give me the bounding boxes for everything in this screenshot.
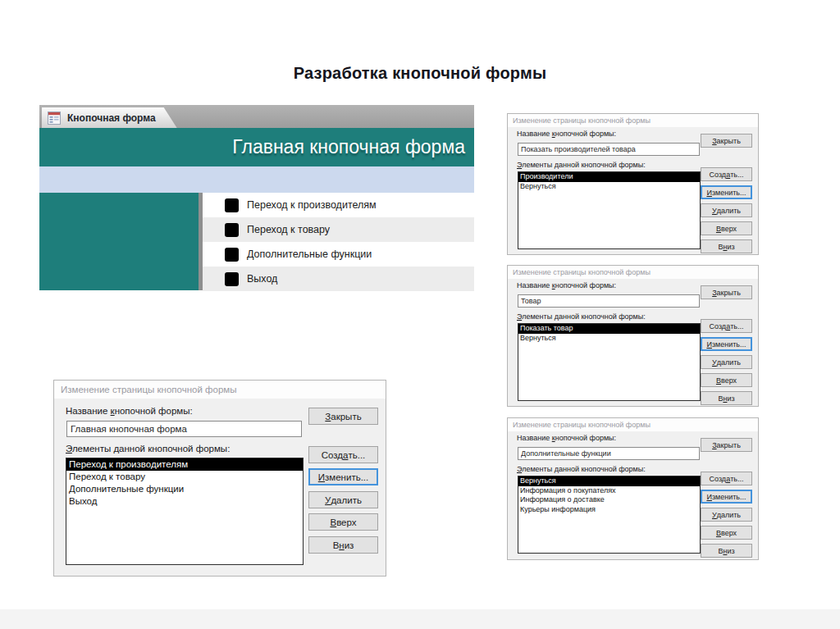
delete-button[interactable]: Удалить <box>701 203 752 217</box>
form-icon <box>48 112 61 125</box>
delete-button[interactable]: Удалить <box>701 508 752 522</box>
tab-label: Кнопочная форма <box>67 112 156 124</box>
list-item[interactable]: Производители <box>518 172 700 182</box>
edit-page-dialog-producers: Изменение страницы кнопочной формы Назва… <box>507 113 759 255</box>
switchboard-name-label: Название кнопочной формы: <box>517 130 616 138</box>
list-item[interactable]: Вернуться <box>518 334 700 344</box>
switchboard-items-label: Элементы данной кнопочной формы: <box>517 465 646 473</box>
switchboard-name-label: Название кнопочной формы: <box>517 281 616 289</box>
switchboard-header-title: Главная кнопочная форма <box>39 128 474 166</box>
switchboard-name-input[interactable] <box>518 447 700 460</box>
list-item[interactable]: Курьеры информация <box>518 505 700 515</box>
edit-page-dialog-goods: Изменение страницы кнопочной формы Назва… <box>507 265 759 407</box>
edit-page-dialog-extra: Изменение страницы кнопочной формы Назва… <box>507 417 759 560</box>
switchboard-items-list: Переход к производителям Переход к товар… <box>66 458 304 565</box>
switchboard-menu: Переход к производителям Переход к товар… <box>203 193 474 291</box>
list-item[interactable]: Вернуться <box>518 182 700 192</box>
menu-row: Переход к товару <box>203 217 474 242</box>
list-item[interactable]: Вернуться <box>518 476 700 486</box>
move-up-button[interactable]: Вверх <box>701 221 752 235</box>
move-down-button[interactable]: Вниз <box>701 239 752 253</box>
black-square-button[interactable] <box>225 272 239 286</box>
close-button[interactable]: Закрыть <box>308 408 378 425</box>
menu-row: Выход <box>203 267 474 291</box>
switchboard-items-label: Элементы данной кнопочной формы: <box>517 312 646 321</box>
list-item[interactable]: Переход к производителям <box>66 458 303 471</box>
menu-item-label: Дополнительные функции <box>247 248 372 260</box>
create-button[interactable]: Создать... <box>701 472 752 485</box>
switchboard-name-label: Название кнопочной формы: <box>517 434 616 442</box>
side-teal-panel <box>39 193 203 290</box>
dialog-title: Изменение страницы кнопочной формы <box>513 421 651 429</box>
dialog-title-bar[interactable]: Изменение страницы кнопочной формы <box>54 381 386 399</box>
black-square-button[interactable] <box>225 198 239 212</box>
list-item[interactable]: Дополнительные функции <box>66 483 303 495</box>
list-item[interactable]: Показать товар <box>518 324 700 334</box>
edit-button[interactable]: Изменить... <box>701 490 752 504</box>
slide: Разработка кнопочной формы Кнопочная фор… <box>0 0 840 629</box>
bottom-strip <box>0 609 840 629</box>
switchboard-items-list: Производители Вернуться <box>518 171 701 249</box>
page-title: Разработка кнопочной формы <box>0 64 840 83</box>
switchboard-items-label: Элементы данной кнопочной формы: <box>66 444 230 454</box>
header-accent-band <box>39 166 474 193</box>
switchboard-name-input[interactable] <box>518 294 700 308</box>
move-up-button[interactable]: Вверх <box>701 526 752 540</box>
menu-row: Переход к производителям <box>203 193 474 217</box>
move-down-button[interactable]: Вниз <box>701 544 752 558</box>
move-up-button[interactable]: Вверх <box>701 373 752 387</box>
create-button[interactable]: Создать... <box>308 446 378 463</box>
switchboard-items-list: Показать товар Вернуться <box>518 323 701 401</box>
document-tab-bar: Кнопочная форма <box>39 105 474 128</box>
close-button[interactable]: Закрыть <box>701 285 752 299</box>
switchboard-body: Переход к производителям Переход к товар… <box>39 193 474 294</box>
tab-switchboard[interactable]: Кнопочная форма <box>42 107 177 128</box>
switchboard-preview: Кнопочная форма Главная кнопочная форма … <box>39 105 474 294</box>
create-button[interactable]: Создать... <box>701 319 752 333</box>
menu-item-label: Переход к товару <box>247 224 330 235</box>
move-up-button[interactable]: Вверх <box>308 513 378 531</box>
list-item[interactable]: Переход к товару <box>66 471 303 483</box>
edit-button[interactable]: Изменить... <box>701 337 752 351</box>
switchboard-name-label: Название кнопочной формы: <box>66 406 193 416</box>
menu-item-label: Выход <box>247 273 277 285</box>
list-item[interactable]: Информация о доставке <box>518 495 700 505</box>
dialog-title: Изменение страницы кнопочной формы <box>513 116 651 125</box>
switchboard-items-label: Элементы данной кнопочной формы: <box>517 161 646 169</box>
edit-page-dialog-main: Изменение страницы кнопочной формы Назва… <box>53 380 386 577</box>
dialog-title: Изменение страницы кнопочной формы <box>61 385 237 394</box>
move-down-button[interactable]: Вниз <box>308 536 378 554</box>
dialog-title-bar[interactable]: Изменение страницы кнопочной формы <box>508 114 758 127</box>
delete-button[interactable]: Удалить <box>308 491 378 508</box>
black-square-button[interactable] <box>225 223 239 237</box>
close-button[interactable]: Закрыть <box>701 134 752 148</box>
delete-button[interactable]: Удалить <box>701 355 752 369</box>
menu-row: Дополнительные функции <box>203 242 474 267</box>
create-button[interactable]: Создать... <box>701 167 752 181</box>
menu-item-label: Переход к производителям <box>247 199 377 211</box>
close-button[interactable]: Закрыть <box>701 438 752 452</box>
list-item[interactable]: Информация о покупателях <box>518 486 700 496</box>
switchboard-name-input[interactable] <box>66 421 302 437</box>
edit-button[interactable]: Изменить... <box>701 185 752 199</box>
dialog-title-bar[interactable]: Изменение страницы кнопочной формы <box>508 418 758 431</box>
dialog-title: Изменение страницы кнопочной формы <box>513 268 651 276</box>
dialog-title-bar[interactable]: Изменение страницы кнопочной формы <box>508 266 758 279</box>
switchboard-name-input[interactable] <box>518 143 700 156</box>
list-item[interactable]: Выход <box>66 495 303 508</box>
move-down-button[interactable]: Вниз <box>701 391 752 405</box>
black-square-button[interactable] <box>225 248 239 262</box>
switchboard-items-list: Вернуться Информация о покупателях Инфор… <box>518 476 701 554</box>
edit-button[interactable]: Изменить... <box>308 468 378 485</box>
